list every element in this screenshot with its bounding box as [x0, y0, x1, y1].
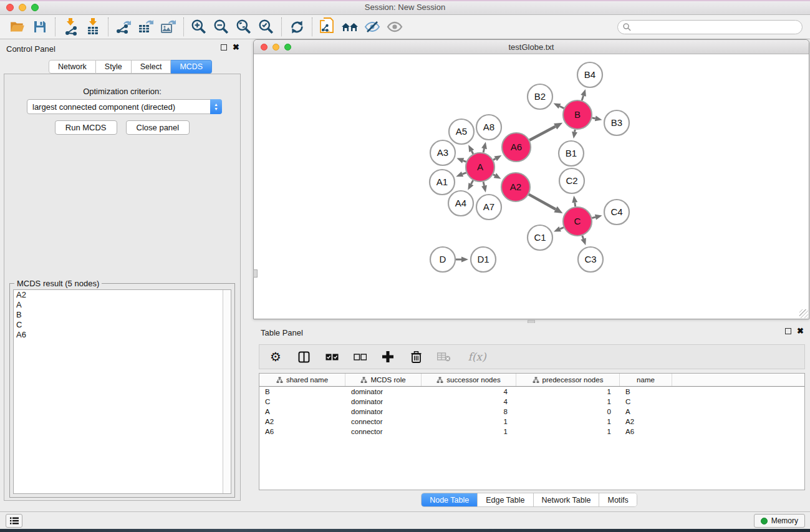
cell-MCDS-role[interactable]: connector [345, 418, 422, 425]
column-header-name[interactable]: name [620, 374, 672, 386]
table-row[interactable]: Bdominator41B [259, 387, 804, 397]
tab-network[interactable]: Network [49, 60, 96, 74]
cell-name[interactable]: A6 [620, 428, 672, 435]
node-table[interactable]: shared nameMCDS rolesuccessor nodesprede… [259, 373, 805, 490]
table-row[interactable]: A6connector11A6 [259, 427, 804, 437]
table-row[interactable]: Cdominator41C [259, 397, 804, 407]
network-window-titlebar[interactable]: testGlobe.txt [254, 40, 809, 54]
graph-edge-A6-B[interactable] [529, 127, 555, 140]
export-image-button[interactable] [157, 17, 180, 37]
resize-grip-icon[interactable] [799, 309, 808, 318]
cell-shared-name[interactable]: A6 [259, 428, 345, 435]
function-builder-button[interactable]: f(x) [465, 349, 489, 365]
first-neighbors-button[interactable] [339, 17, 361, 37]
cell-predecessor-nodes[interactable]: 0 [516, 408, 620, 415]
column-header-shared-name[interactable]: shared name [259, 374, 345, 386]
cell-predecessor-nodes[interactable]: 1 [516, 418, 620, 425]
graph-edge-B-B3[interactable] [592, 118, 595, 118]
graph-edge-C-C2[interactable] [575, 203, 576, 207]
cell-predecessor-nodes[interactable]: 1 [516, 428, 620, 435]
cell-MCDS-role[interactable]: dominator [345, 388, 422, 395]
cell-name[interactable]: A2 [620, 418, 672, 425]
network-graph[interactable]: B4B2BB3A5A8A6A3B1AA1C2A2A4A7C4CC1C3DD1 [254, 54, 809, 319]
cell-successor-nodes[interactable]: 1 [422, 418, 516, 425]
graph-edge-A-A1[interactable] [463, 173, 466, 174]
select-all-columns-button[interactable] [324, 349, 339, 365]
result-scrollbar[interactable] [223, 290, 231, 493]
cell-MCDS-role[interactable]: dominator [345, 398, 422, 405]
tab-style[interactable]: Style [96, 60, 132, 74]
cell-MCDS-role[interactable]: connector [345, 428, 422, 435]
network-canvas[interactable]: B4B2BB3A5A8A6A3B1AA1C2A2A4A7C4CC1C3DD1 [254, 54, 809, 319]
new-network-from-selection-button[interactable] [316, 17, 339, 37]
cell-shared-name[interactable]: C [259, 398, 345, 405]
cell-predecessor-nodes[interactable]: 1 [516, 398, 620, 405]
cell-successor-nodes[interactable]: 8 [422, 408, 516, 415]
float-panel-icon[interactable] [221, 44, 227, 51]
graph-edge-A2-C[interactable] [529, 195, 556, 210]
cell-successor-nodes[interactable]: 1 [422, 428, 516, 435]
cell-successor-nodes[interactable]: 4 [422, 388, 516, 395]
cell-shared-name[interactable]: B [259, 388, 345, 395]
column-header-predecessor-nodes[interactable]: predecessor nodes [516, 374, 620, 386]
zoom-fit-button[interactable] [233, 17, 255, 37]
cell-name[interactable]: C [620, 398, 672, 405]
column-header-MCDS-role[interactable]: MCDS role [345, 374, 422, 386]
zoom-out-button[interactable] [210, 17, 233, 37]
memory-button[interactable]: Memory [754, 514, 805, 528]
open-session-button[interactable] [6, 17, 29, 37]
apply-layout-button[interactable] [286, 17, 308, 37]
show-panels-button[interactable] [6, 514, 22, 528]
column-header-successor-nodes[interactable]: successor nodes [422, 374, 516, 386]
graph-edge-A-A5[interactable] [471, 151, 473, 154]
create-column-button[interactable] [380, 349, 395, 365]
search-input[interactable] [634, 22, 797, 31]
graph-edge-C-C1[interactable] [560, 228, 564, 230]
float-panel-icon[interactable] [785, 328, 791, 334]
tab-select[interactable]: Select [132, 60, 171, 74]
result-item[interactable]: A6 [14, 330, 231, 340]
tab-mcds[interactable]: MCDS [171, 60, 212, 74]
cell-shared-name[interactable]: A [259, 408, 345, 415]
graph-edge-B-B2[interactable] [560, 106, 564, 108]
window-edge-grip[interactable] [253, 269, 258, 278]
graph-edge-A-A7[interactable] [483, 181, 484, 185]
run-mcds-button[interactable]: Run MCDS [55, 120, 117, 135]
close-panel-button[interactable]: Close panel [126, 120, 190, 135]
deselect-all-columns-button[interactable] [352, 349, 367, 365]
cell-successor-nodes[interactable]: 4 [422, 398, 516, 405]
show-columns-button[interactable] [296, 349, 311, 365]
result-item[interactable]: A2 [14, 290, 231, 300]
search-field[interactable] [617, 20, 803, 34]
graph-edge-A-A2[interactable] [493, 175, 495, 176]
graph-edge-A-A6[interactable] [493, 158, 496, 160]
graph-edge-B-B1[interactable] [575, 130, 576, 132]
cell-predecessor-nodes[interactable]: 1 [516, 388, 620, 395]
import-network-button[interactable] [59, 17, 82, 37]
graph-edge-B-B4[interactable] [582, 95, 583, 100]
result-item[interactable]: B [14, 310, 231, 320]
result-item[interactable]: C [14, 320, 231, 330]
cell-shared-name[interactable]: A2 [259, 418, 345, 425]
graph-edge-A-A3[interactable] [463, 161, 466, 162]
export-table-button[interactable] [135, 17, 157, 37]
table-row[interactable]: Adominator80A [259, 407, 804, 417]
graph-edge-A-A4[interactable] [471, 180, 473, 184]
tab-network-table[interactable]: Network Table [533, 493, 599, 506]
zoom-selected-button[interactable] [255, 17, 277, 37]
table-row[interactable]: A2connector11A2 [259, 417, 804, 427]
tab-node-table[interactable]: Node Table [422, 493, 477, 506]
close-panel-icon[interactable]: ✖ [233, 44, 239, 51]
result-item[interactable]: A [14, 300, 231, 310]
delete-columns-button[interactable] [408, 349, 423, 365]
graph-edge-C-C4[interactable] [592, 217, 595, 218]
close-panel-icon[interactable]: ✖ [797, 328, 804, 334]
import-table-button[interactable] [82, 17, 104, 37]
cell-MCDS-role[interactable]: dominator [345, 408, 422, 415]
hide-selected-button[interactable] [361, 17, 383, 37]
cell-name[interactable]: B [620, 388, 672, 395]
cell-name[interactable]: A [620, 408, 672, 415]
graph-edge-C-C3[interactable] [582, 236, 584, 239]
export-network-button[interactable] [112, 17, 135, 37]
tab-motifs[interactable]: Motifs [599, 493, 636, 506]
